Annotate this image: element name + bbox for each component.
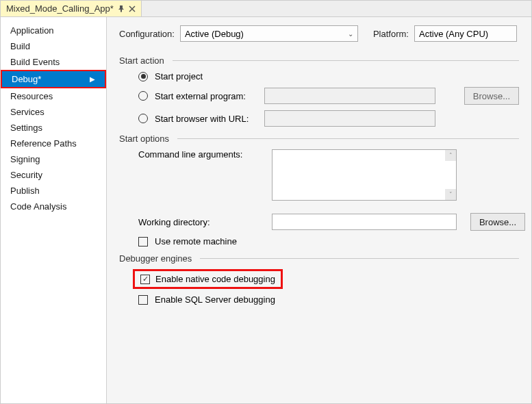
remote-machine-label: Use remote machine xyxy=(155,236,237,247)
sidebar-item-application[interactable]: Application xyxy=(1,23,106,38)
chevron-right-icon: ▶ xyxy=(90,75,95,83)
sidebar-item-resources[interactable]: Resources xyxy=(1,88,106,104)
tab-title: Mixed_Mode_Calling_App* xyxy=(6,3,114,14)
sidebar-item-code-analysis[interactable]: Code Analysis xyxy=(1,199,106,214)
external-program-input[interactable] xyxy=(264,88,435,104)
start-external-label: Start external program: xyxy=(155,91,257,101)
scroll-down-icon[interactable]: ˅ xyxy=(445,189,456,200)
checkbox-native-debugging[interactable] xyxy=(140,275,150,284)
document-tab[interactable]: Mixed_Mode_Calling_App* xyxy=(1,1,142,16)
divider xyxy=(177,138,519,139)
browser-url-input[interactable] xyxy=(264,110,435,127)
sql-debugging-label: Enable SQL Server debugging xyxy=(155,294,275,305)
sidebar-item-build[interactable]: Build xyxy=(1,38,106,54)
divider xyxy=(173,60,519,61)
sidebar-item-build-events[interactable]: Build Events xyxy=(1,54,106,70)
start-project-label: Start project xyxy=(155,71,203,81)
configuration-value: Active (Debug) xyxy=(185,29,244,39)
sidebar-item-settings[interactable]: Settings xyxy=(1,120,106,136)
browse-working-dir-button[interactable]: Browse... xyxy=(470,213,525,231)
section-start-action-title: Start action xyxy=(119,55,173,66)
radio-start-external[interactable] xyxy=(138,91,148,101)
section-start-options-title: Start options xyxy=(119,134,177,144)
pin-icon[interactable] xyxy=(118,5,125,12)
scroll-up-icon[interactable]: ˄ xyxy=(445,150,456,161)
divider xyxy=(200,258,519,259)
highlight-native-debugging: Enable native code debugging xyxy=(133,269,283,289)
sidebar-item-reference-paths[interactable]: Reference Paths xyxy=(1,136,106,151)
working-dir-input[interactable] xyxy=(272,214,457,230)
section-debugger-title: Debugger engines xyxy=(119,253,200,264)
sidebar-item-security[interactable]: Security xyxy=(1,167,106,183)
sidebar-item-publish[interactable]: Publish xyxy=(1,183,106,199)
sidebar-item-services[interactable]: Services xyxy=(1,104,106,120)
sidebar-item-debug[interactable]: Debug*▶ xyxy=(1,70,106,88)
platform-value: Active (Any CPU) xyxy=(419,29,488,39)
close-icon[interactable] xyxy=(129,5,136,12)
main-panel: Configuration: Active (Debug) ⌄ Platform… xyxy=(107,17,531,403)
radio-start-project[interactable] xyxy=(138,72,148,81)
browse-external-button[interactable]: Browse... xyxy=(464,87,519,105)
chevron-down-icon: ⌄ xyxy=(348,30,353,38)
cli-args-input[interactable]: ˄ ˅ xyxy=(272,149,457,201)
configuration-dropdown[interactable]: Active (Debug) ⌄ xyxy=(180,25,358,42)
working-dir-label: Working directory: xyxy=(138,217,265,227)
sidebar: Application Build Build Events Debug*▶ R… xyxy=(1,17,107,403)
platform-label: Platform: xyxy=(373,29,409,39)
sidebar-item-signing[interactable]: Signing xyxy=(1,151,106,167)
checkbox-remote-machine[interactable] xyxy=(138,237,148,247)
tab-bar: Mixed_Mode_Calling_App* xyxy=(1,1,531,17)
radio-start-browser[interactable] xyxy=(138,114,148,123)
checkbox-sql-debugging[interactable] xyxy=(138,295,148,305)
cli-args-label: Command line arguments: xyxy=(138,149,265,160)
configuration-label: Configuration: xyxy=(119,29,175,39)
native-debugging-label: Enable native code debugging xyxy=(155,274,275,284)
platform-dropdown[interactable]: Active (Any CPU) xyxy=(414,25,517,42)
start-browser-label: Start browser with URL: xyxy=(155,114,257,124)
